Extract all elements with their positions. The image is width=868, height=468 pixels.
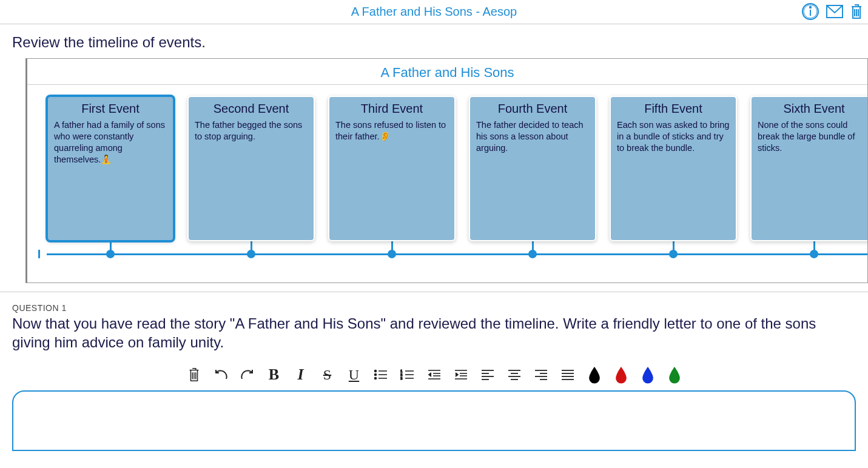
svg-point-13 — [374, 374, 376, 376]
list-bullet-icon[interactable] — [372, 366, 389, 383]
question-block: QUESTION 1 Now that you have read the st… — [0, 292, 868, 358]
event-description: None of the sons could break the large b… — [758, 119, 867, 154]
question-text: Now that you have read the story "A Fath… — [12, 314, 856, 352]
event-title: Fifth Event — [617, 102, 730, 116]
trash-icon[interactable] — [850, 3, 863, 22]
event-title: Third Event — [335, 102, 448, 116]
undo-icon[interactable] — [212, 366, 229, 383]
timeline-axis — [47, 249, 867, 258]
event-card[interactable]: Sixth EventNone of the sons could break … — [750, 96, 867, 241]
answer-editor[interactable] — [12, 390, 856, 451]
axis-dot — [388, 250, 396, 258]
event-description: The father decided to teach his sons a l… — [476, 119, 589, 154]
align-right-icon[interactable] — [533, 366, 550, 383]
mail-icon[interactable] — [826, 4, 844, 21]
svg-point-3 — [810, 7, 811, 8]
align-left-icon[interactable] — [479, 366, 496, 383]
axis-dot — [247, 250, 255, 258]
axis-dot — [528, 250, 537, 258]
toolbar-trash-icon[interactable] — [186, 366, 203, 383]
event-title: Sixth Event — [758, 102, 867, 116]
axis-start-cap — [38, 250, 40, 258]
color-drop-icon[interactable] — [586, 366, 603, 383]
event-title: Second Event — [195, 102, 308, 116]
header-actions — [801, 2, 863, 23]
instruction-text: Review the timeline of events. — [0, 24, 868, 58]
strikethrough-button[interactable]: S — [319, 366, 336, 383]
event-card[interactable]: Fifth EventEach son was asked to bring i… — [610, 96, 737, 241]
event-card[interactable]: Third EventThe sons refused to listen to… — [328, 96, 456, 241]
event-description: The sons refused to listen to their fath… — [335, 119, 448, 142]
axis-dot — [810, 250, 818, 258]
list-numbered-icon[interactable]: 123 — [399, 366, 416, 383]
timeline-container: A Father and His Sons First EventA fathe… — [25, 58, 868, 283]
event-card[interactable]: First EventA father had a family of sons… — [47, 96, 174, 241]
align-justify-icon[interactable] — [559, 366, 576, 383]
axis-dot — [106, 250, 115, 258]
info-icon[interactable] — [801, 2, 819, 23]
timeline-cards-row: First EventA father had a family of sons… — [47, 96, 867, 241]
color-drop-icon[interactable] — [613, 366, 630, 383]
svg-point-11 — [374, 370, 376, 372]
underline-button[interactable]: U — [346, 366, 363, 383]
axis-line — [47, 253, 867, 255]
color-drop-icon[interactable] — [666, 366, 683, 383]
event-title: Fourth Event — [476, 102, 589, 116]
page-title: A Father and His Sons - Aesop — [351, 5, 517, 19]
bold-button[interactable]: B — [266, 366, 283, 383]
svg-text:3: 3 — [400, 376, 403, 380]
timeline-title: A Father and His Sons — [27, 59, 867, 85]
question-label: QUESTION 1 — [12, 303, 856, 313]
align-center-icon[interactable] — [506, 366, 523, 383]
app-header: A Father and His Sons - Aesop — [0, 0, 868, 24]
color-drop-icon[interactable] — [639, 366, 656, 383]
svg-point-15 — [374, 378, 376, 379]
editor-toolbar: B I S U 123 — [0, 358, 868, 388]
event-description: Each son was asked to bring in a bundle … — [617, 119, 730, 154]
event-description: A father had a family of sons who were c… — [54, 119, 167, 165]
timeline-scroll[interactable]: First EventA father had a family of sons… — [27, 85, 867, 282]
indent-icon[interactable] — [453, 366, 469, 383]
outdent-icon[interactable] — [426, 366, 443, 383]
redo-icon[interactable] — [239, 366, 256, 383]
event-title: First Event — [54, 102, 167, 116]
italic-button[interactable]: I — [292, 366, 309, 383]
event-description: The father begged the sons to stop argui… — [195, 119, 308, 142]
event-card[interactable]: Second EventThe father begged the sons t… — [187, 96, 315, 241]
axis-dot — [669, 250, 678, 258]
event-card[interactable]: Fourth EventThe father decided to teach … — [469, 96, 596, 241]
